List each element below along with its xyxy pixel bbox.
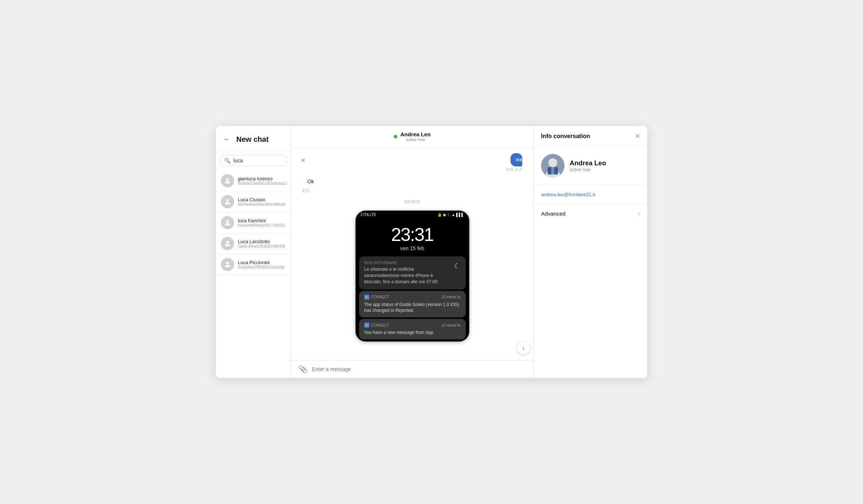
- svg-point-3: [226, 241, 229, 244]
- contact-name: Luca Lanzilotto: [238, 239, 286, 244]
- left-header: ← New chat: [216, 126, 291, 151]
- contact-id: 5b23edeac03be300148f9c0b: [238, 202, 286, 206]
- notif-text: You have a new message from App: [364, 330, 461, 336]
- notif-time: 12 minuti fa: [441, 323, 461, 327]
- chevron-right-icon: ›: [638, 210, 640, 217]
- advanced-label: Advanced: [541, 210, 566, 217]
- middle-panel: Andrea Leo active now wait 9:10 ✓✓ Ok: [291, 126, 533, 378]
- email-section: andrea.leo@frontiere21.it: [534, 185, 647, 204]
- profile-name: Andrea Leo: [570, 159, 606, 167]
- dnd-title: NON DISTURBARE: [364, 261, 450, 265]
- right-panel: Info conversation × Andrea Leo active no…: [533, 126, 647, 378]
- info-title: Info conversation: [541, 133, 590, 140]
- contact-name: Luca Ciussio: [238, 197, 286, 202]
- app-name: CONNECT: [371, 295, 389, 299]
- contact-id: 5ae6c34bab23cb00148fe956: [238, 244, 286, 248]
- contact-name: Luca Piccinnini: [238, 260, 284, 265]
- chat-contact-name: Andrea Leo: [400, 131, 431, 137]
- phone-date: ven 15 feb: [360, 245, 465, 251]
- date-divider: 5/2/2019: [302, 199, 522, 204]
- back-button[interactable]: ←: [222, 134, 232, 144]
- avatar: [221, 216, 234, 229]
- search-icon: 🔍: [224, 158, 230, 163]
- contact-id: 5b3b5613a669510014dc6a1d: [238, 181, 287, 186]
- dnd-text: Le chiamate e le notifiche sarannosilenz…: [364, 266, 450, 285]
- app-icon: A: [364, 323, 369, 328]
- carrier-label: 3 ITA LTE: [361, 213, 376, 217]
- info-header: Info conversation ×: [534, 126, 647, 147]
- list-item[interactable]: gianluca lorenzo 5b3b5613a669510014dc6a1…: [216, 170, 291, 191]
- message-meta: 9:10 ✓✓: [506, 167, 522, 172]
- app-icon: A: [364, 295, 369, 300]
- message-input[interactable]: [312, 366, 526, 372]
- contact-list: gianluca lorenzo 5b3b5613a669510014dc6a1…: [216, 170, 291, 378]
- phone-time: 23:31: [360, 224, 465, 245]
- message-meta: 9:11: [302, 189, 309, 193]
- svg-point-2: [226, 220, 229, 223]
- notif-time: 12 minuti fa: [441, 295, 461, 299]
- svg-point-6: [548, 158, 557, 167]
- notif-text: The app status of Guida Soleto (version …: [364, 302, 461, 314]
- avatar: [541, 154, 565, 177]
- attach-button[interactable]: 📎: [298, 365, 308, 374]
- profile-section: Andrea Leo active now: [534, 147, 647, 185]
- email-link[interactable]: andrea.leo@frontiere21.it: [541, 192, 595, 197]
- close-button[interactable]: ×: [635, 132, 640, 140]
- svg-point-4: [226, 262, 229, 264]
- moon-icon: ☾: [454, 262, 461, 270]
- list-item[interactable]: Luca Lanzilotto 5ae6c34bab23cb00148fe956: [216, 233, 291, 254]
- phone-screenshot: 3 ITA LTE 🔒 ◉ ☾ ▲ ▌▌▌ 23:31 ven 15 feb N…: [355, 210, 469, 342]
- svg-rect-9: [551, 167, 554, 174]
- search-input[interactable]: [233, 158, 298, 163]
- chat-header: Andrea Leo active now: [291, 126, 533, 147]
- message-bubble: wait: [511, 153, 522, 166]
- avatar: [221, 174, 234, 187]
- avatar: [221, 258, 234, 271]
- contact-id: 5c06af4e37f80800154d14de: [238, 265, 284, 269]
- phone-dnd-notification: NON DISTURBARE Le chiamate e le notifich…: [359, 256, 466, 289]
- list-item[interactable]: luca franchini 5ca3bddf6ddcd20017100222: [216, 212, 291, 233]
- list-item[interactable]: Luca Ciussio 5b23edeac03be300148f9c0b: [216, 191, 291, 212]
- contact-id: 5ca3bddf6ddcd20017100222: [238, 223, 286, 227]
- chat-contact-status: active now: [406, 137, 425, 142]
- scroll-to-bottom-button[interactable]: ↓: [517, 342, 530, 354]
- svg-point-1: [226, 199, 229, 202]
- profile-status: active now: [570, 167, 606, 172]
- left-panel: ← New chat 🔍 ✕ gianluca lorenzo 5b3b5613…: [216, 126, 291, 378]
- avatar: [221, 237, 234, 250]
- search-box: 🔍 ✕: [220, 155, 286, 166]
- online-indicator: [394, 135, 397, 138]
- contact-name: luca franchini: [238, 218, 286, 223]
- list-item[interactable]: Luca Piccinnini 5c06af4e37f80800154d14de: [216, 254, 291, 275]
- contact-name: gianluca lorenzo: [238, 176, 287, 181]
- page-title: New chat: [236, 135, 269, 144]
- message-row: Ok 9:11: [302, 175, 522, 193]
- message-bubble: Ok: [302, 175, 312, 188]
- chat-messages: wait 9:10 ✓✓ Ok 9:11 5/2/2019: [291, 147, 533, 360]
- phone-notification-1: A CONNECT 12 minuti fa The app status of…: [359, 291, 466, 318]
- app-name: CONNECT: [371, 323, 389, 327]
- read-receipt-icon: ✓✓: [515, 167, 522, 172]
- avatar: [221, 195, 234, 208]
- message-row: wait 9:10 ✓✓: [302, 153, 522, 172]
- phone-notification-2: A CONNECT 12 minuti fa You have a new me…: [359, 319, 466, 339]
- svg-point-0: [226, 178, 229, 181]
- chat-input-area: 📎: [291, 360, 533, 378]
- status-icons: 🔒 ◉ ☾ ▲ ▌▌▌: [437, 213, 464, 217]
- advanced-section[interactable]: Advanced ›: [534, 204, 647, 223]
